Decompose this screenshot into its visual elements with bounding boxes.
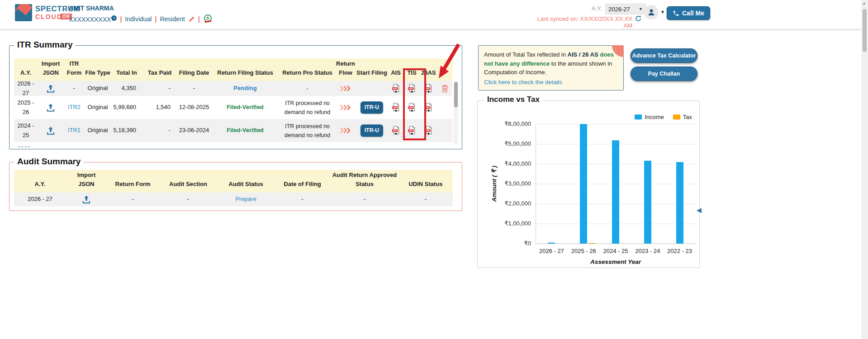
- cell-itr-form: -: [64, 84, 85, 93]
- column-header: File Type: [85, 58, 111, 81]
- delete-row-icon[interactable]: [441, 84, 449, 93]
- return-filing-status-link[interactable]: Filed-Verified: [227, 126, 264, 135]
- column-header: Tax Paid: [142, 58, 177, 81]
- itr-form-link[interactable]: ITR1: [68, 126, 81, 135]
- cell-text: -: [159, 195, 218, 204]
- cell-tis: PDF: [403, 126, 420, 136]
- cell-total-income: 5,18,390: [111, 126, 142, 135]
- scroll-up-icon[interactable]: ▲: [862, 1, 866, 5]
- column-header: UDIN Status: [398, 170, 453, 192]
- assessment-year-dropdown[interactable]: 2026-27 ▼: [605, 4, 646, 14]
- cell-return-filing-status: Filed-Verified: [211, 126, 279, 135]
- cell-file-type: Original: [85, 126, 111, 135]
- income-vs-tax-panel: Income vs Tax IncomeTax ₹0₹1,00,000₹2,00…: [477, 100, 700, 268]
- svg-text:PDF: PDF: [393, 106, 397, 109]
- upload-json-icon[interactable]: [82, 195, 91, 204]
- table-row: 2023 - 24ITR1OriginalFiled-VerifiedITR-U…: [14, 142, 452, 147]
- user-menu-caret-icon[interactable]: ▼: [660, 10, 665, 14]
- return-flow-icon[interactable]: [340, 85, 352, 92]
- return-flow-icon[interactable]: [340, 127, 352, 134]
- user-avatar[interactable]: [644, 5, 659, 19]
- cell-itr-form: ITR1: [64, 126, 85, 135]
- call-me-label: Call Me: [682, 10, 704, 17]
- bar-income-2023-24: [644, 161, 651, 244]
- svg-text:PDF: PDF: [393, 87, 397, 90]
- gridline: [536, 124, 696, 124]
- call-me-button[interactable]: Call Me: [667, 6, 710, 20]
- tis-pdf-download-icon[interactable]: PDF: [408, 103, 416, 113]
- cell-return-flow: [336, 85, 356, 92]
- pay-challan-button[interactable]: Pay Challan: [631, 67, 697, 81]
- itr-summary-table: A.Y.Import JSONITR FormFile TypeTotal In…: [14, 58, 452, 147]
- 26as-pdf-download-icon[interactable]: PDF: [424, 126, 433, 136]
- column-header: Total In: [111, 58, 142, 81]
- separator: |: [198, 15, 200, 23]
- itr-table-header: A.Y.Import JSONITR FormFile TypeTotal In…: [14, 58, 452, 81]
- svg-text:PDF: PDF: [393, 129, 397, 132]
- return-filing-status-link[interactable]: Filed-Verified: [227, 103, 264, 112]
- edit-pencil-icon[interactable]: [188, 16, 195, 23]
- table-row: 2024 - 25ITR1Original5,18,390-23-06-2024…: [14, 119, 452, 142]
- 26as-pdf-download-icon[interactable]: PDF: [424, 103, 433, 113]
- column-header: Return Pro Status: [279, 58, 336, 81]
- itr-form-link[interactable]: ITR2: [68, 103, 81, 112]
- column-header: TIS: [403, 58, 420, 81]
- logo-word-cloud: CLOUD: [35, 13, 62, 20]
- tis-pdf-download-icon[interactable]: PDF: [408, 84, 416, 94]
- return-filing-status-link[interactable]: Pending: [233, 84, 256, 93]
- x-axis-line: [536, 244, 696, 244]
- y-axis-line: [536, 124, 536, 244]
- cell-return-pro-status: ITR processed no demand no refund: [279, 99, 336, 117]
- cell-total-income: 5,99,680: [111, 103, 142, 112]
- cell-tax-paid: 1,540: [142, 103, 177, 112]
- ais-pdf-download-icon[interactable]: PDF: [392, 84, 400, 94]
- cell-file-type: Original: [85, 84, 111, 93]
- cell-return-flow: [336, 127, 356, 134]
- last-synced-text: Last synced on: XX/XX/20XX XX:XX AM: [533, 15, 632, 29]
- cell-total-income: 4,350: [111, 84, 142, 93]
- cell-return-pro-status: -: [279, 84, 336, 93]
- cell-delete: [437, 84, 452, 93]
- y-axis-title: Amount ( ₹ ): [490, 166, 498, 202]
- audit-status-prepare-link[interactable]: Prepare: [235, 195, 256, 204]
- page-scrollbar[interactable]: ▲: [861, 0, 868, 339]
- check-details-link[interactable]: Click here to check the details: [484, 78, 562, 87]
- cell-start-filing: ITR-U: [356, 124, 388, 137]
- assessment-year-label: A.Y.: [592, 5, 602, 12]
- refresh-icon[interactable]: [635, 15, 642, 22]
- itr-table-scrollbar-thumb[interactable]: [454, 82, 458, 107]
- tis-pdf-download-icon[interactable]: PDF: [408, 126, 416, 136]
- column-header: ITR Form: [64, 58, 85, 81]
- upload-json-icon[interactable]: [46, 103, 55, 112]
- page-scrollbar-thumb[interactable]: [863, 9, 867, 52]
- itr-table-scrollbar[interactable]: [454, 81, 458, 145]
- advance-tax-calculator-button[interactable]: Advance Tax Calculator: [631, 48, 697, 63]
- itr-u-button[interactable]: ITR-U: [360, 124, 383, 137]
- column-header: Return Form: [107, 170, 159, 192]
- info-icon[interactable]: i: [111, 15, 117, 21]
- return-flow-icon[interactable]: [340, 104, 352, 111]
- cell-file-type: Original: [85, 103, 111, 112]
- client-detail-line: XXXXXXXXXXi | Individual | Resident |: [69, 14, 213, 24]
- cell-text: -: [107, 195, 159, 204]
- column-header: Audit Section: [159, 170, 218, 192]
- cell-filing-date: 23-06-2024: [177, 126, 211, 135]
- 26as-pdf-download-icon[interactable]: PDF: [424, 84, 433, 94]
- ais-pdf-download-icon[interactable]: PDF: [392, 103, 400, 113]
- ais-pdf-download-icon[interactable]: PDF: [392, 126, 400, 136]
- cell-tis: PDF: [403, 103, 420, 113]
- column-header: 26AS: [420, 58, 437, 81]
- column-header: Filing Date: [177, 58, 211, 81]
- client-type: Individual: [125, 15, 152, 23]
- column-header: [437, 58, 452, 81]
- assessment-year-value: 2026-27: [608, 6, 630, 13]
- itr-u-button[interactable]: ITR-U: [360, 101, 383, 114]
- column-header: Return Filing Status: [211, 58, 279, 81]
- upload-json-icon[interactable]: [46, 84, 55, 93]
- audit-summary-title: Audit Summary: [14, 157, 84, 167]
- column-header: Audit Return Approved Status: [331, 170, 398, 192]
- upload-json-icon[interactable]: [46, 126, 55, 135]
- x-tick-label: 2023 - 24: [631, 248, 664, 254]
- income-tax-emblem-icon[interactable]: [203, 14, 213, 24]
- collapse-panel-icon[interactable]: ◀: [697, 206, 702, 214]
